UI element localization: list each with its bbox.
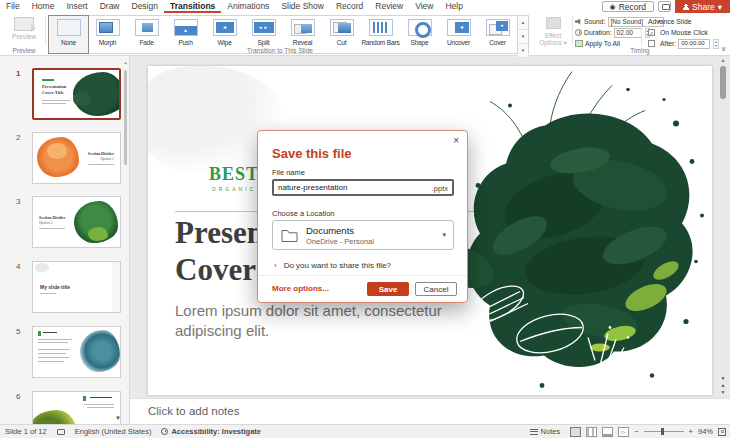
menu-draw[interactable]: Draw [94,0,126,13]
zoom-slider[interactable] [644,431,684,432]
language-indicator[interactable]: English (United States) [70,427,157,436]
effect-options-caret-icon: ▾ [563,39,566,46]
folder-icon [281,229,298,243]
gallery-scrollbar: ▲ ▼ ▼ [518,15,529,54]
collapse-ribbon-icon[interactable]: ∨ [721,45,726,53]
group-divider [572,16,573,45]
comments-icon[interactable] [658,1,671,12]
menu-bar: File Home Insert Draw Design Transitions… [0,0,730,13]
menu-record[interactable]: Record [330,0,369,13]
preview-group-label: Preview [4,47,44,54]
menu-slide-show[interactable]: Slide Show [275,0,330,13]
menu-transitions[interactable]: Transitions [164,0,221,13]
share-caret-icon: ▾ [718,2,722,12]
duration-input[interactable]: 02.00 [614,28,642,38]
previous-slide-button[interactable]: ▲ [718,382,728,389]
slide-thumbnail-1[interactable]: Presentation Cover Title [32,68,121,120]
advance-slide-controls: Advance Slide ✓ On Mouse Click After: 00… [648,16,726,49]
transition-fade[interactable]: Fade [127,16,166,53]
notes-placeholder[interactable]: Click to add notes [148,405,239,417]
apply-to-all-icon [575,40,583,47]
gallery-more-icon[interactable]: ▼ [518,44,528,58]
slideshow-view-button[interactable]: ▷ [618,427,629,437]
slide-number: 3 [16,197,20,206]
status-bar: Slide 1 of 12 English (United States) Ac… [0,424,730,438]
file-name-input[interactable] [278,181,418,194]
next-slide-button[interactable]: ▼ [718,389,728,396]
slide-vertical-scrollbar[interactable]: ▲ ▼ ▲ ▼ [718,57,728,396]
transition-uncover[interactable]: Uncover [439,16,478,53]
notes-panel[interactable]: Click to add notes [130,398,730,424]
transition-push-icon [174,19,198,36]
slide-thumbnail-3[interactable]: Section Divider Option 2 [32,196,121,248]
menu-home[interactable]: Home [26,0,61,13]
after-checkbox[interactable] [648,40,655,47]
thumb-scroll-thumb[interactable] [124,70,127,165]
close-icon[interactable]: × [453,136,459,146]
zoom-out-button[interactable]: − [634,427,638,436]
cancel-button[interactable]: Cancel [415,282,457,296]
thumb-scroll-up-icon[interactable]: ▲ [123,60,128,65]
transition-shape[interactable]: Shape [400,16,439,53]
menu-animations[interactable]: Animations [221,0,275,13]
save-file-dialog: × Save this file File name .pptx Choose … [257,130,468,303]
scroll-down-icon[interactable]: ▼ [718,375,728,382]
slide-thumbnail-panel: 1 Presentation Cover Title 2 Section Div… [0,56,130,424]
menu-design[interactable]: Design [126,0,164,13]
location-dropdown[interactable]: Documents OneDrive - Personal ▾ [272,220,454,250]
gallery-group-label: Transition to This Slide [180,47,380,54]
gallery-scroll-up-icon[interactable]: ▲ [518,16,528,30]
notes-toggle-button[interactable]: Notes [525,427,566,436]
more-options-link[interactable]: More options... [272,284,329,293]
menu-review[interactable]: Review [369,0,409,13]
effect-options-icon [546,17,561,29]
zoom-in-button[interactable]: + [689,427,693,436]
transition-none-icon [57,19,81,36]
record-button[interactable]: ◉Record [602,1,655,12]
effect-options-button[interactable]: Effect Options ▾ [537,16,569,46]
share-expander[interactable]: › Do you want to share this file? [274,261,391,270]
checkbox-checked-icon: ✓ [648,29,655,36]
reading-view-button[interactable] [602,427,613,437]
scroll-thumb[interactable] [720,66,726,99]
thumb-scroll-down-icon[interactable]: ▼ [115,415,121,421]
file-name-field-wrapper: .pptx [272,179,454,196]
statusbar-right: Notes ▷ − + 94% [525,427,730,437]
accessibility-status[interactable]: Accessibility: Investigate [156,427,266,436]
display-settings-icon[interactable] [57,429,65,435]
preview-button[interactable]: Preview [6,16,42,46]
zoom-slider-thumb[interactable] [661,428,664,435]
transition-morph[interactable]: Morph [88,16,127,53]
duration-icon [575,29,582,36]
transition-reveal-icon [291,19,315,36]
slide-thumbnail-5[interactable] [32,326,121,378]
fit-slide-button[interactable] [718,428,726,436]
thumbnail-scrollbar[interactable]: ▲ [123,60,128,420]
normal-view-button[interactable] [570,427,581,437]
transition-cover[interactable]: Cover [478,16,517,53]
zoom-level[interactable]: 94% [698,427,713,436]
expander-icon: › [274,261,277,270]
menu-insert[interactable]: Insert [60,0,93,13]
after-time-spinner[interactable]: ▴▾ [713,39,719,49]
sound-icon [575,19,582,25]
slide-sorter-view-button[interactable] [586,427,597,437]
transition-none[interactable]: None [49,16,88,53]
save-button[interactable]: Save [367,282,409,296]
on-mouse-click-checkbox[interactable]: ✓ On Mouse Click [648,27,726,38]
slide-number: 1 [16,69,20,78]
gallery-scroll-down-icon[interactable]: ▼ [518,30,528,44]
menu-view[interactable]: View [409,0,439,13]
transition-split-icon [252,19,276,36]
slide-thumbnail-6[interactable] [32,391,121,424]
scroll-up-icon[interactable]: ▲ [718,57,728,63]
accessibility-icon [161,428,168,435]
timing-group-label: Timing [585,47,695,54]
slide-thumbnail-4[interactable]: My slide title [32,261,121,313]
group-divider [641,16,642,45]
menu-file[interactable]: File [0,0,26,13]
menu-help[interactable]: Help [439,0,468,13]
fern-artwork[interactable] [450,66,712,395]
share-button[interactable]: Share▾ [675,0,730,13]
slide-thumbnail-2[interactable]: Section Divider Option 1 [32,132,121,184]
